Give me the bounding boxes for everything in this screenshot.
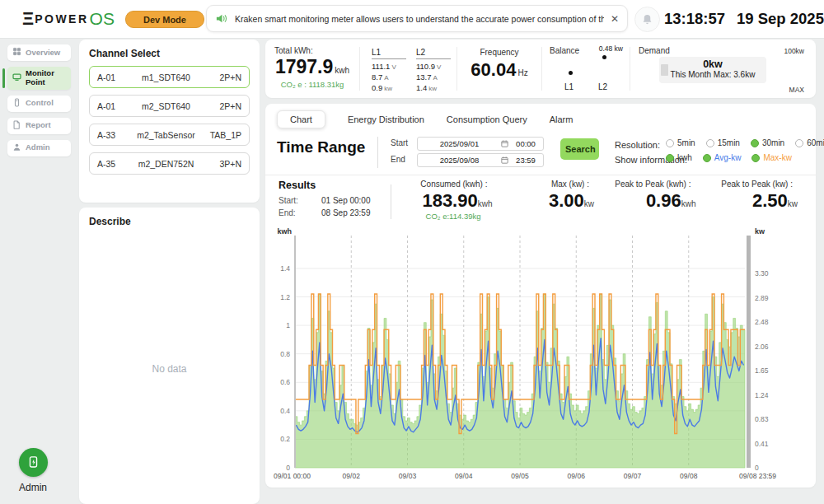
channel-name: m2_SDT640 — [133, 101, 199, 111]
phase-l1-voltage: 111.1V — [372, 62, 406, 72]
sidebar-item-label: Overview — [26, 49, 60, 58]
phase-l2-header: L2 — [416, 48, 451, 59]
svg-text:0: 0 — [755, 464, 759, 472]
svg-text:1.2: 1.2 — [280, 293, 290, 301]
describe-empty-state: No data — [89, 363, 250, 375]
option-15min[interactable]: 15min — [706, 138, 740, 147]
results-start-value: 01 Sep 00:00 — [321, 196, 371, 205]
channel-name: m2_DEN752N — [133, 159, 199, 169]
balance-l2-dot — [602, 55, 606, 59]
radio-icon — [795, 139, 803, 147]
tab-alarm[interactable]: Alarm — [550, 111, 574, 128]
notification-bell-button[interactable] — [634, 7, 660, 32]
option-5min[interactable]: 5min — [666, 138, 695, 147]
banner-message: Kraken smart monitoring meter allows use… — [235, 14, 604, 24]
phase-l2-current: 13.7A — [416, 72, 451, 83]
option-avg-kw[interactable]: Avg-kw — [703, 153, 742, 162]
dev-mode-badge[interactable]: Dev Mode — [125, 11, 204, 28]
radio-icon — [751, 139, 759, 147]
demand-month-max: This Month Max: 3.6kw — [659, 70, 766, 79]
section-divider — [265, 175, 816, 175]
results-end-value: 08 Sep 23:59 — [321, 208, 371, 217]
phase-stats: L1 111.1V 8.7A 0.9kw L2 110.9V 13.7A 1.4… — [360, 40, 456, 98]
sidebar-item-overview[interactable]: Overview — [7, 44, 71, 61]
start-datetime-input[interactable]: 2025/09/01 00:00 — [417, 137, 544, 151]
main-card: ChartEnergy DistributionConsumption Quer… — [265, 104, 816, 488]
brand-logo-power: POWER — [35, 12, 88, 26]
phase-l1-header: L1 — [372, 48, 406, 59]
svg-text:0.4: 0.4 — [280, 407, 290, 415]
brand-logo-mark: Ξ — [22, 8, 34, 30]
channel-row-a-35-m2_den752n[interactable]: A-35m2_DEN752N3P+N — [89, 152, 250, 175]
monitor-icon — [12, 72, 21, 84]
channel-name: m1_SDT640 — [133, 72, 199, 82]
frequency-label: Frequency — [457, 48, 541, 57]
resolution-options: 5min15min30min60min — [666, 138, 824, 147]
result-stat-co2: CO₂ e:114.39kg — [402, 212, 493, 221]
user-avatar-button[interactable] — [19, 448, 48, 477]
svg-text:0.8: 0.8 — [280, 350, 290, 358]
search-button[interactable]: Search — [560, 138, 599, 160]
consumption-chart[interactable]: 00.20.40.60.811.21.400.410.831.241.652.0… — [267, 224, 814, 486]
option-max-kw[interactable]: Max-kw — [751, 153, 791, 162]
channel-row-a-01-m1_sdt640[interactable]: A-01m1_SDT6402P+N — [89, 66, 250, 88]
svg-text:3.30: 3.30 — [755, 269, 769, 278]
option-label: Avg-kw — [714, 153, 742, 162]
tab-consumption-query[interactable]: Consumption Query — [447, 111, 527, 128]
result-stat-label: Peak to Peak (kwh) : — [606, 180, 696, 189]
svg-text:09/07: 09/07 — [624, 472, 642, 480]
option-label: kwh — [677, 153, 692, 162]
option-label: 15min — [718, 138, 740, 147]
start-date-value[interactable]: 2025/09/01 — [418, 139, 501, 148]
radio-icon — [666, 154, 674, 162]
balance-l2-label: L2 — [598, 82, 607, 91]
radio-icon — [706, 139, 714, 147]
result-stat-label: Consumed (kwh) : — [402, 180, 493, 189]
results-start-row: Start: 01 Sep 00:00 — [279, 196, 298, 205]
channel-name: m2_TabSensor — [133, 130, 199, 140]
meter-bolt-icon — [26, 455, 40, 469]
chart-zoom-scrollbar[interactable] — [747, 236, 751, 468]
channel-list: A-01m1_SDT6402P+NA-01m2_SDT6402P+NA-33m2… — [89, 66, 250, 175]
channel-code: A-33 — [90, 130, 133, 140]
total-kwh-unit: kwh — [335, 66, 349, 75]
results-start-label: Start: — [279, 196, 298, 205]
end-datetime-input[interactable]: 2025/09/08 23:59 — [417, 153, 544, 167]
channel-code: A-01 — [90, 72, 133, 82]
balance-l1-label: L1 — [564, 82, 574, 91]
chart-canvas: 00.20.40.60.811.21.400.410.831.241.652.0… — [267, 224, 814, 486]
sidebar-item-admin[interactable]: Admin — [7, 140, 71, 156]
phase-l2-power: 1.4kw — [416, 83, 451, 94]
start-time-value[interactable]: 00:00 — [508, 139, 543, 148]
tab-energy-distribution[interactable]: Energy Distribution — [348, 111, 424, 128]
svg-text:1.65: 1.65 — [755, 366, 769, 375]
show-information-options: kwhAvg-kwMax-kw — [666, 153, 792, 162]
sidebar-item-monitor-point[interactable]: Monitor Point — [7, 67, 71, 90]
svg-text:09/03: 09/03 — [399, 472, 417, 480]
sidebar-nav: OverviewMonitor PointControlReportAdmin — [7, 44, 71, 156]
end-time-value[interactable]: 23:59 — [508, 156, 543, 165]
channel-row-a-01-m2_sdt640[interactable]: A-01m2_SDT6402P+N — [89, 95, 250, 117]
user-label: Admin — [0, 482, 66, 493]
tab-chart[interactable]: Chart — [277, 110, 325, 128]
svg-text:09/02: 09/02 — [343, 472, 361, 480]
option-kwh[interactable]: kwh — [666, 153, 692, 162]
option-60min[interactable]: 60min — [795, 138, 824, 147]
calendar-icon — [501, 140, 508, 147]
svg-text:09/05: 09/05 — [511, 472, 529, 480]
banner-close-icon[interactable]: ✕ — [611, 13, 619, 25]
resolution-label: Resolution: — [615, 140, 660, 150]
option-label: 30min — [762, 138, 784, 147]
svg-text:09/08: 09/08 — [680, 472, 698, 480]
svg-text:09/04: 09/04 — [455, 472, 473, 480]
sidebar-item-control[interactable]: Control — [7, 96, 71, 112]
sidebar-item-report[interactable]: Report — [7, 118, 71, 134]
option-30min[interactable]: 30min — [751, 138, 784, 147]
end-date-value[interactable]: 2025/09/08 — [418, 156, 501, 165]
channel-type: TAB_1P — [199, 130, 249, 140]
results-end-row: End: 08 Sep 23:59 — [279, 208, 296, 217]
channel-code: A-35 — [90, 159, 133, 169]
demand-gauge[interactable]: 0kw This Month Max: 3.6kw — [659, 57, 766, 83]
channel-row-a-33-m2_tabsensor[interactable]: A-33m2_TabSensorTAB_1P — [89, 124, 250, 146]
svg-text:0: 0 — [286, 464, 290, 472]
